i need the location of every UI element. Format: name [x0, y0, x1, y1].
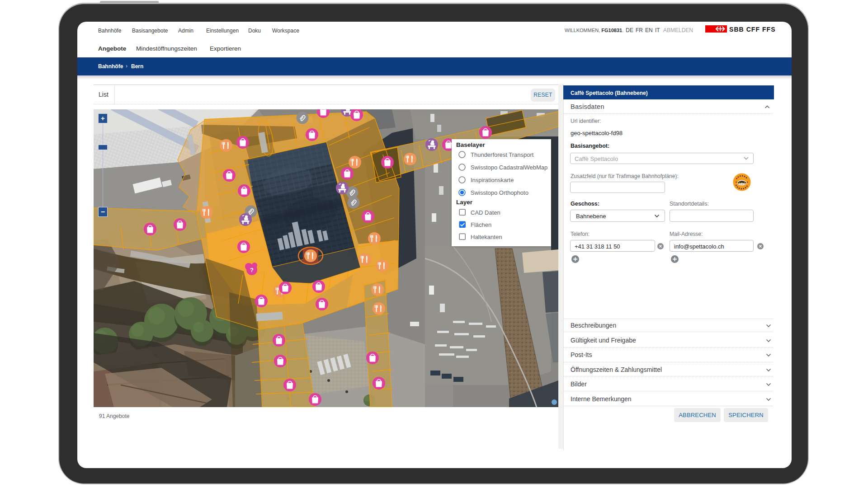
- svg-text:?: ?: [250, 267, 254, 273]
